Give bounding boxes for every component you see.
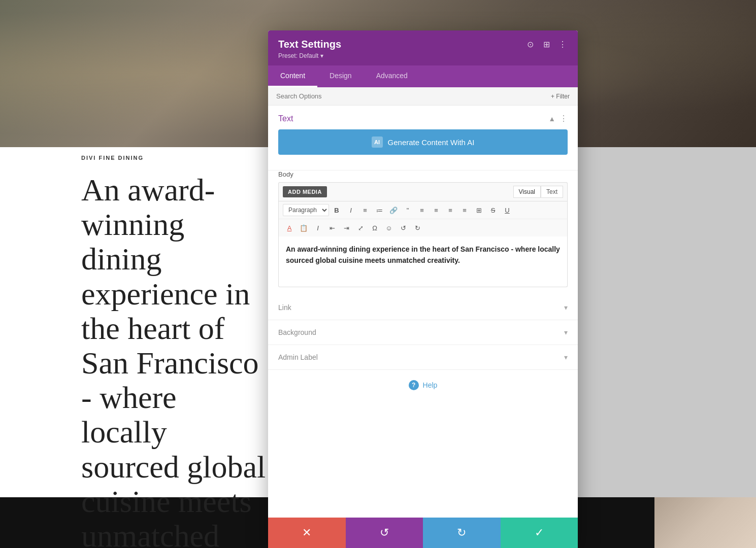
bold-button[interactable]: B bbox=[330, 203, 343, 217]
admin-label-chevron-icon: ▾ bbox=[564, 353, 568, 361]
emoji-button[interactable]: ☺ bbox=[382, 221, 396, 234]
layout-icon[interactable]: ⊞ bbox=[541, 40, 551, 49]
link-chevron-icon: ▾ bbox=[564, 303, 568, 312]
footer-image bbox=[654, 497, 756, 548]
ai-generate-button[interactable]: AI Generate Content With AI bbox=[278, 129, 568, 155]
italic-button[interactable]: I bbox=[344, 203, 357, 217]
panel-tabs: Content Design Advanced bbox=[268, 65, 578, 87]
link-button[interactable]: 🔗 bbox=[387, 203, 400, 217]
toolbar-extra-row: A 📋 I ⇤ ⇥ ⤢ Ω ☺ ↺ ↻ bbox=[279, 219, 567, 236]
section-more-icon[interactable]: ⋮ bbox=[560, 114, 568, 123]
search-input[interactable] bbox=[276, 92, 551, 100]
redo-editor-button[interactable]: ↻ bbox=[411, 221, 424, 234]
panel-body: + Filter Text ▲ ⋮ AI Generate Content Wi… bbox=[268, 87, 578, 548]
target-icon[interactable]: ⊙ bbox=[525, 40, 535, 49]
link-section[interactable]: Link ▾ bbox=[268, 295, 578, 320]
admin-label: Admin Label bbox=[278, 353, 318, 361]
ai-button-label: Generate Content With AI bbox=[388, 138, 475, 147]
panel-header: Text Settings ⊙ ⊞ ⋮ Preset: Default ▾ bbox=[268, 30, 578, 65]
background-chevron-icon: ▾ bbox=[564, 328, 568, 336]
strikethrough-button[interactable]: S bbox=[486, 203, 500, 217]
align-left-button[interactable]: ≡ bbox=[415, 203, 429, 217]
help-icon: ? bbox=[409, 380, 419, 390]
body-label: Body bbox=[278, 170, 568, 178]
blockquote-button[interactable]: " bbox=[401, 203, 414, 217]
settings-panel: Text Settings ⊙ ⊞ ⋮ Preset: Default ▾ Co… bbox=[268, 30, 578, 548]
cancel-icon: ✕ bbox=[302, 526, 311, 539]
panel-preset[interactable]: Preset: Default ▾ bbox=[278, 52, 568, 59]
page-heading: An award-winning dining experience in th… bbox=[81, 173, 269, 548]
section-header: Text ▲ ⋮ bbox=[278, 114, 568, 123]
indent-right-button[interactable]: ⇥ bbox=[340, 221, 353, 234]
paste-button[interactable]: 📋 bbox=[297, 221, 310, 234]
visual-view-button[interactable]: Visual bbox=[513, 186, 541, 198]
ai-icon: AI bbox=[372, 136, 383, 148]
collapse-arrow-icon[interactable]: ▲ bbox=[548, 115, 555, 123]
text-color-button[interactable]: A bbox=[283, 221, 296, 234]
tab-content[interactable]: Content bbox=[268, 65, 317, 87]
fullscreen-button[interactable]: ⤢ bbox=[354, 221, 367, 234]
panel-header-icons: ⊙ ⊞ ⋮ bbox=[525, 40, 568, 49]
align-center-button[interactable]: ≡ bbox=[430, 203, 443, 217]
underline-button[interactable]: U bbox=[501, 203, 514, 217]
unordered-list-button[interactable]: ≡ bbox=[358, 203, 372, 217]
toolbar-top-row: ADD MEDIA Visual Text bbox=[279, 183, 567, 201]
indent-left-button[interactable]: ⇤ bbox=[325, 221, 339, 234]
link-label: Link bbox=[278, 303, 291, 312]
redo-icon: ↻ bbox=[457, 526, 466, 539]
admin-label-section[interactable]: Admin Label ▾ bbox=[268, 345, 578, 370]
text-view-button[interactable]: Text bbox=[541, 186, 563, 198]
panel-header-top: Text Settings ⊙ ⊞ ⋮ bbox=[278, 39, 568, 50]
body-section: Body ADD MEDIA Visual Text Paragraph Hea… bbox=[268, 170, 578, 295]
editor-text: An award-winning dining experience in th… bbox=[286, 244, 560, 266]
tab-design[interactable]: Design bbox=[317, 65, 364, 87]
redo-button[interactable]: ↻ bbox=[423, 518, 501, 548]
more-icon[interactable]: ⋮ bbox=[557, 40, 568, 49]
action-bar: ✕ ↺ ↻ ✓ bbox=[268, 518, 578, 548]
panel-title: Text Settings bbox=[278, 39, 341, 50]
text-section: Text ▲ ⋮ AI Generate Content With AI bbox=[268, 106, 578, 170]
special-char-button[interactable]: Ω bbox=[368, 221, 381, 234]
align-right-button[interactable]: ≡ bbox=[444, 203, 457, 217]
background-label: Background bbox=[278, 328, 316, 336]
ordered-list-button[interactable]: ≔ bbox=[373, 203, 386, 217]
align-justify-button[interactable]: ≡ bbox=[458, 203, 471, 217]
search-bar: + Filter bbox=[268, 87, 578, 106]
tab-advanced[interactable]: Advanced bbox=[364, 65, 420, 87]
undo-button[interactable]: ↺ bbox=[346, 518, 423, 548]
add-media-button[interactable]: ADD MEDIA bbox=[283, 186, 327, 197]
strikethrough2-button[interactable]: I bbox=[311, 221, 324, 234]
help-section[interactable]: ? Help bbox=[268, 370, 578, 400]
toolbar-formatting-row: Paragraph Heading 1 Heading 2 B I ≡ ≔ 🔗 … bbox=[279, 201, 567, 219]
background-section[interactable]: Background ▾ bbox=[268, 320, 578, 345]
view-toggle: Visual Text bbox=[513, 186, 563, 198]
paragraph-select[interactable]: Paragraph Heading 1 Heading 2 bbox=[283, 204, 329, 216]
help-text: Help bbox=[423, 381, 438, 389]
save-button[interactable]: ✓ bbox=[501, 518, 578, 548]
section-controls: ▲ ⋮ bbox=[548, 114, 568, 123]
text-section-title: Text bbox=[278, 114, 293, 123]
undo-icon: ↺ bbox=[380, 526, 389, 539]
undo-editor-button[interactable]: ↺ bbox=[397, 221, 410, 234]
filter-button[interactable]: + Filter bbox=[551, 93, 570, 100]
editor-content[interactable]: An award-winning dining experience in th… bbox=[278, 236, 568, 287]
brand-label: DIVI FINE DINING bbox=[81, 155, 144, 161]
editor-toolbar: ADD MEDIA Visual Text Paragraph Heading … bbox=[278, 182, 568, 236]
table-button[interactable]: ⊞ bbox=[472, 203, 485, 217]
cancel-button[interactable]: ✕ bbox=[268, 518, 346, 548]
save-icon: ✓ bbox=[535, 526, 544, 539]
